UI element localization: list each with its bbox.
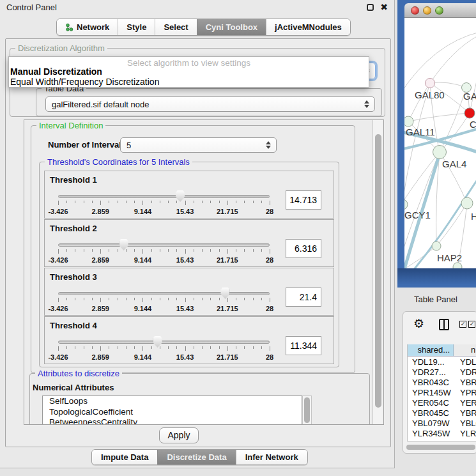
table-row[interactable]: YBR043CYBR0 — [408, 378, 476, 388]
network-window-titlebar[interactable] — [404, 3, 476, 18]
threshold-value-field[interactable]: 14.713 — [286, 190, 321, 210]
cell-name: YDL1 — [454, 357, 476, 367]
network-node[interactable] — [404, 199, 408, 210]
tab-jactivemnodules[interactable]: jActiveMNodules — [266, 19, 350, 35]
numerical-attributes-list[interactable]: SelfLoopsTopologicalCoefficientBetweenne… — [42, 395, 302, 425]
tab-cyni-toolbox[interactable]: Cyni Toolbox — [197, 19, 266, 35]
thresholds-group: Threshold's Coordinates for 5 Intervals … — [39, 162, 339, 367]
network-canvas[interactable]: GAL80GACGAL11GAL4GCY1HHAP2 — [404, 18, 476, 268]
mac-minimize-icon[interactable] — [423, 6, 431, 15]
network-icon — [65, 23, 73, 31]
table-row[interactable]: YDL19...YDL1 — [408, 357, 476, 367]
settings-vertical-scrollbar[interactable] — [372, 120, 383, 424]
table-panel: ⚙ ✓ ✓ shared... n YDL19...YDL1YDR27...YD… — [403, 311, 476, 454]
table-row[interactable]: YBL079WYBL0 — [408, 418, 476, 429]
number-of-intervals-value: 5 — [127, 141, 131, 150]
table-panel-title: Table Panel — [414, 295, 457, 304]
apply-button[interactable]: Apply — [159, 427, 199, 443]
network-edge[interactable] — [404, 152, 440, 203]
number-of-intervals-spinner[interactable]: 5 — [120, 137, 277, 153]
threshold-label: Threshold 1 — [50, 175, 97, 185]
settings-scrollpane: Interval Definition Number of Intervals … — [24, 119, 384, 425]
column-header-shared[interactable]: shared... — [408, 344, 454, 356]
tab-network[interactable]: Network — [57, 19, 118, 35]
table-row[interactable]: YLR345WYLR3 — [408, 429, 476, 439]
attributes-group-title: Attributes to discretize — [35, 369, 122, 378]
spinner-arrows-icon — [266, 141, 271, 149]
checkbox-icon[interactable]: ✓ — [459, 321, 466, 328]
popup-item-manual-discretization[interactable]: Manual Discretization — [10, 66, 102, 77]
discretization-algorithm-title: Discretization Algorithm — [15, 43, 107, 53]
network-node[interactable] — [433, 146, 447, 159]
network-view-window: GAL80GACGAL11GAL4GCY1HHAP2 — [397, 0, 476, 288]
slider-ticks — [58, 346, 270, 352]
network-node[interactable] — [432, 242, 441, 250]
top-tab-bar: NetworkStyleSelectCyni ToolboxjActiveMNo… — [56, 19, 351, 36]
tab-infer-network[interactable]: Infer Network — [236, 450, 307, 464]
network-graph: GAL80GACGAL11GAL4GCY1HHAP2 — [404, 18, 476, 268]
table-row[interactable]: YPR145WYPR1 — [408, 388, 476, 398]
table-data-combobox[interactable]: galFiltered.sif default node — [45, 96, 375, 112]
popup-item-equal-width-frequency[interactable]: Equal Width/Frequency Discretization — [10, 77, 159, 87]
attributes-list-scrollbar[interactable] — [302, 395, 312, 425]
network-edge[interactable] — [408, 113, 470, 121]
mac-close-icon[interactable] — [411, 6, 419, 15]
table-body: YDL19...YDL1YDR27...YDR2YBR043CYBR0YPR14… — [408, 357, 476, 441]
table-row[interactable]: YER054CYER0 — [408, 398, 476, 408]
threshold-slider[interactable]: -3.4262.8599.14415.4321.71528 — [58, 286, 270, 314]
network-node-label: GAL11 — [406, 127, 435, 137]
algorithm-dropdown-popup: Select algorithm to view settings Manual… — [8, 56, 369, 88]
attribute-list-item[interactable]: TopologicalCoefficient — [43, 407, 302, 418]
network-node[interactable] — [426, 79, 435, 88]
slider-tick-labels: -3.4262.8599.14415.4321.71528 — [58, 305, 270, 312]
attributes-group: Attributes to discretize Numerical Attri… — [29, 373, 370, 425]
slider-track[interactable] — [58, 243, 270, 247]
attribute-list-item[interactable]: SelfLoops — [43, 396, 302, 407]
tab-select[interactable]: Select — [155, 19, 196, 35]
threshold-slider[interactable]: -3.4262.8599.14415.4321.71528 — [58, 189, 270, 217]
cell-name: YPR1 — [454, 388, 476, 398]
table-row[interactable]: YIL052CYIL0 — [408, 439, 476, 441]
network-edge[interactable] — [404, 267, 457, 268]
mac-zoom-icon[interactable] — [435, 6, 443, 15]
bottom-tab-bar: Impute DataDiscretize DataInfer Network — [91, 449, 308, 465]
table-horizontal-scrollbar[interactable] — [406, 444, 476, 450]
float-window-icon[interactable] — [367, 4, 374, 11]
number-of-intervals-label: Number of Intervals — [48, 140, 126, 150]
threshold-slider[interactable]: -3.4262.8599.14415.4321.71528 — [58, 238, 270, 266]
threshold-value-field[interactable]: 21.4 — [286, 288, 321, 307]
network-node[interactable] — [404, 116, 413, 127]
gear-icon[interactable]: ⚙ — [413, 317, 424, 331]
slider-tick-labels: -3.4262.8599.14415.4321.71528 — [58, 353, 270, 361]
threshold-value-field[interactable]: 11.344 — [286, 336, 321, 355]
network-node[interactable] — [461, 197, 473, 209]
tab-style[interactable]: Style — [118, 19, 155, 35]
app-root: Control Panel ✖ NetworkStyleSelectCyni T… — [0, 0, 476, 476]
attribute-list-item[interactable]: BetweennessCentrality — [43, 417, 302, 425]
network-node[interactable] — [464, 108, 475, 118]
slider-track[interactable] — [58, 341, 270, 344]
cell-shared-name: YIL052C — [408, 439, 454, 441]
slider-track[interactable] — [58, 195, 270, 198]
checkbox-icon[interactable]: ✓ — [468, 321, 475, 328]
column-header-name[interactable]: n — [454, 344, 476, 356]
tab-discretize-data[interactable]: Discretize Data — [157, 450, 235, 464]
slider-tick-labels: -3.4262.8599.14415.4321.71528 — [58, 256, 270, 264]
network-edge[interactable] — [408, 83, 430, 121]
cell-name: YBL0 — [454, 418, 476, 429]
network-node[interactable] — [453, 263, 462, 268]
cell-shared-name: YLR345W — [408, 429, 454, 439]
close-icon[interactable]: ✖ — [380, 2, 388, 12]
thresholds-group-title: Threshold's Coordinates for 5 Intervals — [45, 157, 192, 167]
numerical-attributes-label: Numerical Attributes — [33, 383, 114, 392]
tab-impute-data[interactable]: Impute Data — [92, 450, 157, 464]
slider-ticks — [58, 249, 270, 255]
columns-icon[interactable] — [439, 319, 449, 330]
threshold-slider[interactable]: -3.4262.8599.14415.4321.71528 — [58, 335, 270, 363]
threshold-value-field[interactable]: 6.316 — [286, 239, 321, 258]
table-row[interactable]: YDR27...YDR2 — [408, 367, 476, 378]
table-row[interactable]: YBR045CYBR0 — [408, 408, 476, 418]
network-edge[interactable] — [430, 36, 476, 83]
cell-name: YDR2 — [454, 367, 476, 378]
slider-track[interactable] — [58, 292, 270, 295]
